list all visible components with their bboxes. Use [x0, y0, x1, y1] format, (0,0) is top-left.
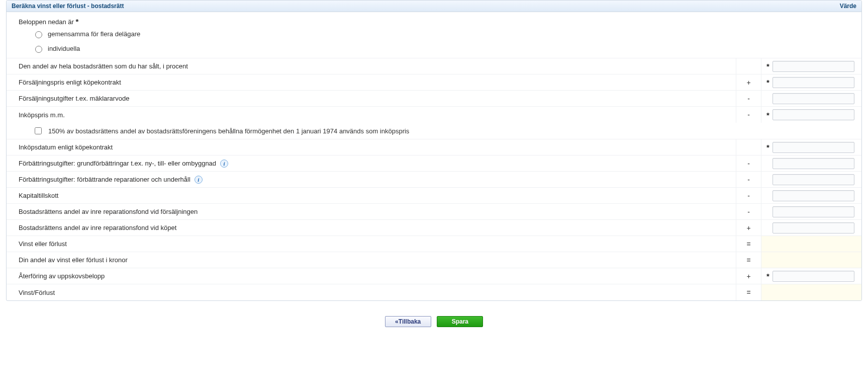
back-button-label: «Tillbaka: [395, 318, 421, 325]
save-button[interactable]: Spara: [437, 316, 483, 327]
row-label: Din andel av vinst eller förlust i krono…: [7, 253, 736, 267]
row-label: Bostadsrättens andel av inre reparations…: [7, 221, 736, 235]
panel-title: Beräkna vinst eller förlust - bostadsrät…: [12, 3, 124, 10]
value-cell: [761, 284, 861, 300]
radio-individual[interactable]: [35, 46, 42, 53]
required-mark: *: [765, 62, 770, 70]
value-input[interactable]: [773, 174, 854, 185]
row-sign: -: [736, 188, 761, 203]
value-input[interactable]: [773, 206, 854, 217]
row-sign: -: [736, 156, 761, 171]
row-sign: =: [736, 236, 761, 252]
row-sign: [736, 139, 761, 155]
required-mark: *: [765, 272, 770, 280]
value-cell: *: [761, 74, 861, 90]
button-bar: «Tillbaka Spara: [6, 301, 862, 327]
value-cell: [761, 220, 861, 236]
question-label: Beloppen nedan är: [19, 18, 74, 26]
value-cell: [761, 91, 861, 106]
value-input[interactable]: [773, 109, 854, 120]
row-label: Vinst/Förlust: [7, 286, 736, 299]
form-row: Kapitaltillskott-: [7, 188, 861, 204]
form-row: Din andel av vinst eller förlust i krono…: [7, 252, 861, 268]
radio-individual-label: individuella: [48, 45, 80, 52]
calculate-panel: Beräkna vinst eller förlust - bostadsrät…: [6, 0, 862, 301]
row-label: Försäljningsutgifter t.ex. mäklararvode: [7, 92, 736, 105]
checkbox-1974-label: 150% av bostadsrättens andel av bostadsr…: [48, 127, 409, 135]
value-input[interactable]: [773, 222, 854, 234]
row-label: Kapitaltillskott: [7, 189, 736, 202]
row-sign: -: [736, 204, 761, 219]
value-input[interactable]: [773, 271, 854, 282]
radio-option-shared[interactable]: gemensamma för flera delägare: [7, 27, 861, 41]
value-cell: [761, 156, 861, 171]
value-cell: [761, 236, 861, 252]
form-row: Bostadsrättens andel av inre reparations…: [7, 220, 861, 236]
value-input[interactable]: [773, 61, 854, 72]
value-cell: [761, 252, 861, 268]
back-button[interactable]: «Tillbaka: [385, 316, 431, 327]
row-sign: [736, 58, 761, 74]
row-label: Försäljningspris enligt köpekontrakt: [7, 75, 736, 89]
value-input[interactable]: [773, 142, 854, 153]
value-cell: *: [761, 139, 861, 155]
checkbox-row-1974[interactable]: 150% av bostadsrättens andel av bostadsr…: [7, 123, 861, 139]
radio-shared-label: gemensamma för flera delägare: [48, 30, 140, 38]
save-button-label: Spara: [452, 318, 468, 325]
row-sign: =: [736, 252, 761, 268]
form-row: Inköpspris m.m.-*: [7, 107, 861, 123]
form-row: Den andel av hela bostadsrätten som du h…: [7, 58, 861, 74]
checkbox-1974[interactable]: [35, 127, 42, 134]
required-asterisk: *: [76, 17, 79, 26]
row-label: Inköpspris m.m.: [7, 108, 736, 122]
row-sign: +: [736, 220, 761, 236]
row-label: Den andel av hela bostadsrätten som du h…: [7, 59, 736, 73]
row-sign: -: [736, 172, 761, 187]
value-cell: [761, 172, 861, 187]
amounts-type-question: Beloppen nedan är *: [7, 12, 861, 27]
required-mark: *: [765, 143, 770, 151]
row-label: Förbättringsutgifter: grundförbättringar…: [7, 157, 736, 171]
form-row: Återföring av uppskovsbelopp+*: [7, 268, 861, 284]
value-column-header: Värde: [840, 3, 856, 10]
row-sign: =: [736, 284, 761, 300]
value-cell: *: [761, 58, 861, 74]
panel-header: Beräkna vinst eller förlust - bostadsrät…: [7, 1, 861, 12]
value-cell: [761, 204, 861, 219]
value-cell: *: [761, 268, 861, 284]
row-sign: -: [736, 107, 761, 123]
radio-shared[interactable]: [35, 31, 42, 38]
row-sign: +: [736, 268, 761, 284]
row-label: Bostadsrättens andel av inre reparations…: [7, 205, 736, 218]
row-label: Förbättringsutgifter: förbättrande repar…: [7, 173, 736, 187]
value-cell: *: [761, 107, 861, 123]
radio-option-individual[interactable]: individuella: [7, 41, 861, 58]
required-mark: *: [765, 79, 770, 86]
value-input[interactable]: [773, 190, 854, 201]
form-row: Vinst/Förlust=: [7, 284, 861, 300]
form-row: Förbättringsutgifter: grundförbättringar…: [7, 156, 861, 172]
row-label: Vinst eller förlust: [7, 237, 736, 251]
form-row: Inköpsdatum enligt köpekontrakt*: [7, 139, 861, 156]
info-icon[interactable]: i: [220, 160, 228, 168]
value-input[interactable]: [773, 158, 854, 169]
value-input[interactable]: [773, 93, 854, 104]
row-label: Inköpsdatum enligt köpekontrakt: [7, 140, 736, 154]
row-sign: -: [736, 91, 761, 106]
form-row: Förbättringsutgifter: förbättrande repar…: [7, 172, 861, 188]
form-row: Vinst eller förlust=: [7, 236, 861, 252]
form-row: Försäljningsutgifter t.ex. mäklararvode-: [7, 91, 861, 107]
info-icon[interactable]: i: [195, 176, 203, 184]
value-cell: [761, 188, 861, 203]
required-mark: *: [765, 111, 770, 119]
value-input[interactable]: [773, 77, 854, 88]
row-sign: +: [736, 74, 761, 90]
form-row: Försäljningspris enligt köpekontrakt+*: [7, 74, 861, 91]
row-label: Återföring av uppskovsbelopp: [7, 269, 736, 283]
form-row: Bostadsrättens andel av inre reparations…: [7, 204, 861, 220]
